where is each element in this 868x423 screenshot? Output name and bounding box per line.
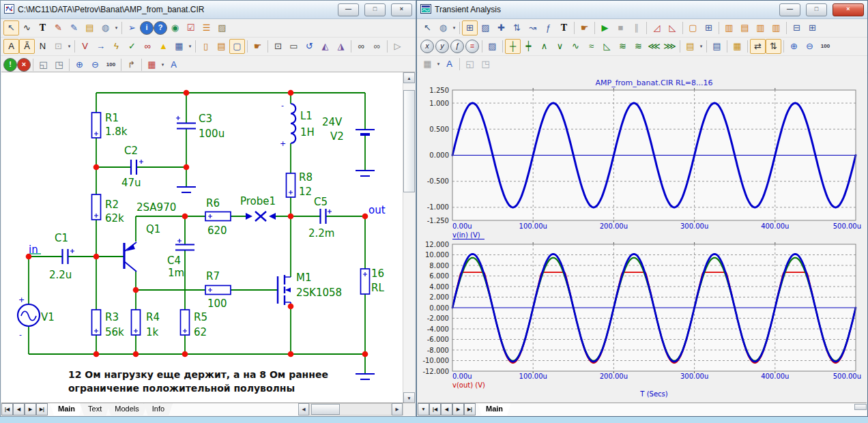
restore-button[interactable]: □ <box>364 3 386 16</box>
label-R7-value[interactable]: 100 <box>207 297 227 310</box>
rotate-icon[interactable]: ↺ <box>302 39 317 54</box>
label-C2-value[interactable]: 47u <box>121 177 141 189</box>
zoom-out-icon[interactable]: ⊖ <box>802 39 818 54</box>
plot-y-expression[interactable]: v(in) (V) <box>452 231 480 239</box>
warning-icon[interactable]: ▲ <box>156 39 171 54</box>
label-R5-name[interactable]: R5 <box>194 311 207 323</box>
cursor-left-icon[interactable]: ▥ <box>721 20 737 35</box>
label-C5-value[interactable]: 2.2m <box>308 227 334 239</box>
zoom-100-icon[interactable]: 100 <box>818 39 833 54</box>
grid-icon[interactable]: ▦ <box>171 39 187 54</box>
font-icon[interactable]: A <box>442 57 457 72</box>
pause-icon[interactable]: ∥ <box>628 20 644 35</box>
label-R8-value[interactable]: 12 <box>299 186 312 198</box>
color-palette-icon[interactable]: ▦ <box>144 57 160 72</box>
transistor-Q1[interactable] <box>124 242 136 272</box>
border-icon[interactable]: ▯ <box>198 39 214 54</box>
numeric-output-icon[interactable]: ▤ <box>709 39 725 54</box>
cursor-all-icon[interactable]: ▤ <box>737 20 753 35</box>
horizontal-scrollbar[interactable]: ◀ ▶ <box>298 403 403 415</box>
branch-left-icon[interactable]: ⋘ <box>646 39 662 54</box>
scale-mode-icon[interactable]: ⊞ <box>462 20 478 35</box>
next-page-button[interactable]: ▶ <box>452 403 464 415</box>
bus-icon[interactable]: ▤ <box>82 20 98 35</box>
global-high-icon[interactable]: ≋ <box>615 39 631 54</box>
attribute-text-icon[interactable]: A <box>3 39 19 54</box>
label-C1-value[interactable]: 2.2u <box>49 269 72 281</box>
cursor-track-icon[interactable]: ┿ <box>521 39 536 54</box>
flip-horizontal-icon[interactable]: ◮ <box>333 39 349 54</box>
tab-text[interactable]: Text <box>80 403 110 415</box>
x-axis-icon[interactable]: x <box>420 40 434 53</box>
clipboard-icon[interactable]: ▤ <box>682 39 698 54</box>
label-V2-value[interactable]: 24V <box>322 116 343 128</box>
send-back-icon[interactable]: ◳ <box>51 57 67 72</box>
run-icon[interactable]: ▶ <box>597 20 613 35</box>
label-R6-name[interactable]: R6 <box>206 197 220 209</box>
schematic-titlebar[interactable]: C:\MC11\DATA\Petrov\Banat\AMP_from_banat… <box>1 1 416 19</box>
valley-icon[interactable]: ∨ <box>552 39 568 54</box>
pan-mode-icon[interactable]: ✚ <box>493 20 509 35</box>
graphics-icon-dropdown[interactable]: ▾ <box>451 21 457 35</box>
stop-icon[interactable]: × <box>17 58 31 72</box>
sheet-icon[interactable]: ☰ <box>199 20 214 35</box>
close-button[interactable]: × <box>833 3 864 16</box>
scroll-thumb[interactable] <box>403 90 415 192</box>
box-icon[interactable]: ⊡ <box>270 39 286 54</box>
page-dropdown-button[interactable]: ▼ <box>418 403 429 415</box>
schematic-note-line2[interactable]: ограничение положительной полуволны <box>68 383 295 394</box>
draw-tool-icon[interactable]: ✎ <box>66 20 82 35</box>
scroll-down-button[interactable]: ▼ <box>403 392 415 403</box>
schematic-note-line1[interactable]: 12 Ом нагрузку еще держит, а на 8 Ом ран… <box>68 369 328 380</box>
tab-models[interactable]: Models <box>106 403 147 415</box>
fx-icon[interactable]: ƒ <box>450 40 464 53</box>
label-R3-name[interactable]: R3 <box>105 311 119 323</box>
analysis-plots[interactable]: 1.2501.0000.5000.000-0.500-1.000-1.2500.… <box>418 70 868 405</box>
zoom-in-icon[interactable]: ⊕ <box>72 57 87 72</box>
conditions-icon[interactable]: ✓ <box>124 39 140 54</box>
label-R4-name[interactable]: R4 <box>146 311 160 323</box>
help-icon[interactable]: ? <box>154 21 167 35</box>
x-scale-icon[interactable]: ⇄ <box>750 39 766 54</box>
scroll-track[interactable] <box>309 403 392 415</box>
clipboard-icon-dropdown[interactable]: ▾ <box>698 40 704 53</box>
label-C3-value[interactable]: 100u <box>199 128 225 140</box>
battery-V2[interactable] <box>356 130 375 134</box>
inductor-L1[interactable]: - + <box>280 101 295 148</box>
zoom-in-icon[interactable]: ⊕ <box>786 39 802 54</box>
copy-attributes-icon[interactable]: ⊡ <box>50 39 66 54</box>
select-region-icon[interactable]: ▢ <box>685 20 701 35</box>
edit-curve-icon[interactable]: ▨ <box>478 20 493 35</box>
wire-mode-icon[interactable]: ∿ <box>19 20 35 35</box>
peak-icon[interactable]: ∧ <box>536 39 552 54</box>
scroll-thumb[interactable] <box>854 404 867 410</box>
y-axis-icon[interactable]: y <box>435 40 449 53</box>
label-RL-value[interactable]: 16 <box>371 267 384 280</box>
label-Q1-name[interactable]: Q1 <box>146 223 160 235</box>
vertical-scale-icon[interactable]: ⇅ <box>509 20 525 35</box>
scroll-left-button[interactable]: ◀ <box>298 403 309 415</box>
info-icon[interactable]: i <box>140 21 154 35</box>
text-tool-icon[interactable]: T <box>35 20 50 35</box>
label-R8-name[interactable]: R8 <box>299 171 313 184</box>
title-block-icon[interactable]: ▤ <box>214 39 229 54</box>
label-R2-value[interactable]: 62k <box>105 212 124 224</box>
capacitor-C5[interactable] <box>321 209 326 224</box>
prev-page-button[interactable]: ◀ <box>441 403 452 415</box>
cursor-right-icon[interactable]: ▥ <box>753 20 768 35</box>
y-scale-icon[interactable]: ⇅ <box>766 39 781 54</box>
label-C1-name[interactable]: C1 <box>55 232 68 244</box>
global-low-icon[interactable]: ≋ <box>631 39 646 54</box>
label-C3-name[interactable]: C3 <box>199 113 212 125</box>
node-label-out[interactable]: out <box>368 204 386 216</box>
label-Q1-model[interactable]: 2SA970 <box>136 201 176 214</box>
last-page-button[interactable]: ▶| <box>464 403 476 415</box>
data-points-icon[interactable]: ⊞ <box>701 20 717 35</box>
cursor-curve-icon[interactable]: ↝ <box>525 20 540 35</box>
slope-down-icon[interactable]: ◺ <box>665 20 680 35</box>
trace-grid-icon-dropdown[interactable]: ▾ <box>435 57 442 71</box>
check-doc-icon[interactable]: ☑ <box>183 20 199 35</box>
tab-main[interactable]: Main <box>478 403 511 415</box>
bring-front-icon[interactable]: ◱ <box>462 57 478 72</box>
label-V1-name[interactable]: V1 <box>41 311 55 323</box>
